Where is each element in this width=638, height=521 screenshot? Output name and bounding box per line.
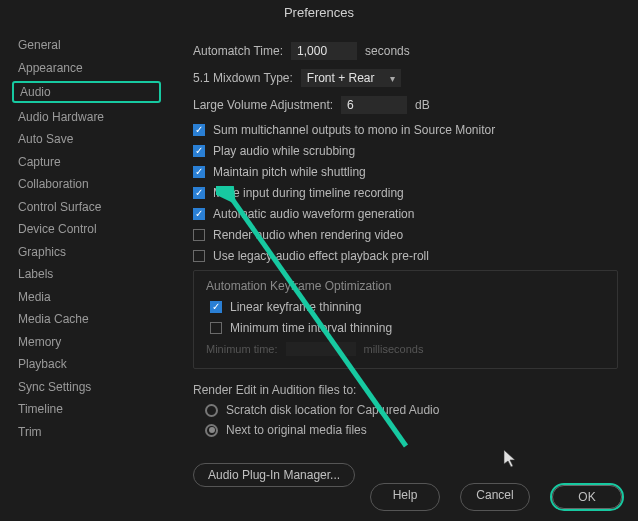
sidebar-item-auto-save[interactable]: Auto Save xyxy=(12,130,161,148)
maintain-pitch-label: Maintain pitch while shuttling xyxy=(213,165,366,179)
sidebar-item-appearance[interactable]: Appearance xyxy=(12,59,161,77)
sidebar-item-audio[interactable]: Audio xyxy=(12,81,161,103)
automatch-label: Automatch Time: xyxy=(193,44,283,58)
sidebar-item-audio-hardware[interactable]: Audio Hardware xyxy=(12,108,161,126)
mixdown-select[interactable]: Front + Rear ▾ xyxy=(301,69,401,87)
maintain-pitch-checkbox[interactable]: ✓ xyxy=(193,166,205,178)
min-time-input xyxy=(286,342,356,356)
automatch-unit: seconds xyxy=(365,44,410,58)
scratch-radio[interactable] xyxy=(205,404,218,417)
sidebar-item-sync-settings[interactable]: Sync Settings xyxy=(12,378,161,396)
render-edit-title: Render Edit in Audition files to: xyxy=(193,383,618,397)
chevron-down-icon: ▾ xyxy=(390,73,395,84)
sidebar-item-graphics[interactable]: Graphics xyxy=(12,243,161,261)
sum-multi-checkbox[interactable]: ✓ xyxy=(193,124,205,136)
auto-waveform-label: Automatic audio waveform generation xyxy=(213,207,414,221)
min-time-label: Minimum time: xyxy=(206,343,278,355)
mixdown-value: Front + Rear xyxy=(307,71,375,85)
sidebar-item-memory[interactable]: Memory xyxy=(12,333,161,351)
min-time-unit: milliseconds xyxy=(364,343,424,355)
play-scrub-checkbox[interactable]: ✓ xyxy=(193,145,205,157)
ok-button[interactable]: OK xyxy=(552,485,622,509)
sidebar: General Appearance Audio Audio Hardware … xyxy=(0,24,175,489)
lva-label: Large Volume Adjustment: xyxy=(193,98,333,112)
sidebar-item-collaboration[interactable]: Collaboration xyxy=(12,175,161,193)
render-audio-checkbox[interactable] xyxy=(193,229,205,241)
sidebar-item-device-control[interactable]: Device Control xyxy=(12,220,161,238)
linear-thinning-label: Linear keyframe thinning xyxy=(230,300,361,314)
window-title: Preferences xyxy=(0,0,638,24)
mute-input-label: Mute input during timeline recording xyxy=(213,186,404,200)
sidebar-item-playback[interactable]: Playback xyxy=(12,355,161,373)
plugin-manager-button[interactable]: Audio Plug-In Manager... xyxy=(193,463,355,487)
sidebar-item-capture[interactable]: Capture xyxy=(12,153,161,171)
play-scrub-label: Play audio while scrubbing xyxy=(213,144,355,158)
next-to-radio[interactable] xyxy=(205,424,218,437)
mute-input-checkbox[interactable]: ✓ xyxy=(193,187,205,199)
radio-dot-icon xyxy=(209,427,215,433)
legacy-preroll-label: Use legacy audio effect playback pre-rol… xyxy=(213,249,429,263)
automation-group-title: Automation Keyframe Optimization xyxy=(206,279,605,293)
min-interval-checkbox[interactable] xyxy=(210,322,222,334)
footer: Help Cancel OK xyxy=(370,483,624,511)
sidebar-item-timeline[interactable]: Timeline xyxy=(12,400,161,418)
automation-group: Automation Keyframe Optimization ✓Linear… xyxy=(193,270,618,369)
mixdown-label: 5.1 Mixdown Type: xyxy=(193,71,293,85)
next-to-label: Next to original media files xyxy=(226,423,367,437)
render-audio-label: Render audio when rendering video xyxy=(213,228,403,242)
sidebar-item-control-surface[interactable]: Control Surface xyxy=(12,198,161,216)
sidebar-item-trim[interactable]: Trim xyxy=(12,423,161,441)
sidebar-item-media[interactable]: Media xyxy=(12,288,161,306)
help-button[interactable]: Help xyxy=(370,483,440,511)
sidebar-item-media-cache[interactable]: Media Cache xyxy=(12,310,161,328)
content-panel: Automatch Time: seconds 5.1 Mixdown Type… xyxy=(175,24,638,489)
legacy-preroll-checkbox[interactable] xyxy=(193,250,205,262)
lva-input[interactable] xyxy=(341,96,407,114)
cancel-button[interactable]: Cancel xyxy=(460,483,530,511)
min-interval-label: Minimum time interval thinning xyxy=(230,321,392,335)
render-edit-group: Render Edit in Audition files to: Scratc… xyxy=(193,379,618,445)
automatch-input[interactable] xyxy=(291,42,357,60)
linear-thinning-checkbox[interactable]: ✓ xyxy=(210,301,222,313)
auto-waveform-checkbox[interactable]: ✓ xyxy=(193,208,205,220)
sidebar-item-labels[interactable]: Labels xyxy=(12,265,161,283)
lva-unit: dB xyxy=(415,98,430,112)
scratch-label: Scratch disk location for Captured Audio xyxy=(226,403,439,417)
sum-multi-label: Sum multichannel outputs to mono in Sour… xyxy=(213,123,495,137)
sidebar-item-general[interactable]: General xyxy=(12,36,161,54)
